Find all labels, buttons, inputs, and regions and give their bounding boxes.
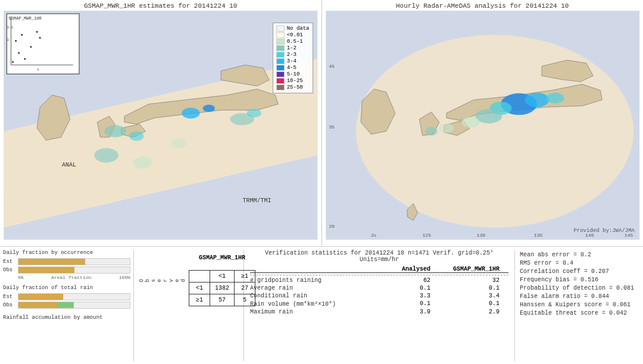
stats-row: Average rain 0.1 0.1 [250,285,508,291]
est-label-1: Est [3,259,18,265]
left-map-title: GSMAP_MWR_1HR estimates for 20141224 10 [2,2,319,10]
verification-stats-panel: Verification statistics for 20141224 10 … [244,250,515,361]
col-header-label [250,266,370,272]
col-gsmap: GSMAP_MWR_1HR [439,266,508,272]
svg-point-15 [21,34,23,36]
svg-point-35 [525,93,549,107]
accumulation-title: Rainfall accumulation by amount [3,315,130,321]
col-analysed: Analysed [370,266,439,272]
charts-panel: Daily fraction by occurrence Est Obs 0% … [3,250,134,361]
svg-text:20: 20 [329,224,335,229]
svg-point-14 [15,40,17,42]
color-legend: No data <0.01 0.5-1 1-2 2-3 3-4 4-5 5-10… [273,23,313,93]
right-map-title: Hourly Radar-AMeDAS analysis for 2014122… [324,2,641,10]
hanssen-kuipers: Hanssen & Kuipers score = 0.061 [520,302,635,308]
confusion-matrix-panel: Observed GSMAP_MWR_1HR <1 ≥1 <1 1382 27 [134,250,244,361]
stats-row-val1: 62 [370,277,439,284]
svg-point-6 [133,156,151,168]
frequency-bias: Frequency bias = 0.516 [520,277,635,283]
stats-row: Rain volume (mm*km²×10⁶) 0.1 0.1 [250,300,508,307]
svg-point-18 [36,31,38,33]
stats-row-val2: 0.1 [439,300,508,307]
stats-row-val1: 3.3 [370,293,439,299]
verification-title: Verification statistics for 20141224 10 … [250,250,508,263]
metrics-panel: Mean abs error = 0.2 RMS error = 0.4 Cor… [515,250,640,361]
stats-row-val1: 3.9 [370,309,439,315]
stats-row-val2: 0.1 [439,285,508,291]
obs-label-2: Obs [3,302,18,308]
svg-point-3 [105,125,126,137]
row-lt1: <1 [189,283,210,294]
prob-detection: Probability of detection = 0.081 [520,285,635,291]
stats-row: # gridpoints raining 62 32 [250,277,508,284]
svg-point-7 [171,139,186,148]
svg-text:3: 3 [7,38,9,42]
anal-label: ANAL [62,162,76,168]
rain-chart-title: Daily fraction of total rain [3,285,130,291]
equitable-threat: Equitable threat score = 0.042 [520,310,635,316]
occurrence-chart-title: Daily fraction by occurrence [3,250,130,256]
rain-chart: Est Obs [3,292,130,310]
stats-row-val2: 2.9 [439,309,508,315]
trmm-label: TRMM/TMI [242,197,271,204]
svg-text:130: 130 [476,233,485,238]
mean-abs-error: Mean abs error = 0.2 [520,252,635,258]
svg-text:35: 35 [329,124,335,130]
occurrence-chart: Est Obs 0% Areal fraction 100% [3,257,130,280]
svg-point-11 [247,109,261,117]
svg-text:125: 125 [422,233,431,238]
stats-row-val2: 32 [439,277,508,284]
est-label-2: Est [3,294,18,300]
col-lt1: <1 [210,271,235,283]
svg-point-21 [12,61,14,63]
svg-point-9 [203,105,215,112]
axis-start: 0% [18,275,24,280]
correlation-coeff: Correlation coeff = 0.207 [520,268,635,275]
svg-point-16 [30,46,32,48]
stats-row: Maximum rain 3.9 2.9 [250,309,508,315]
svg-text:4: 4 [37,68,39,72]
stats-row-label: Maximum rain [250,309,370,315]
axis-end: 100% [119,275,130,280]
obs-label-1: Obs [3,267,18,273]
svg-text:3.5: 3.5 [7,26,13,30]
svg-point-20 [39,37,41,39]
stats-row: Conditional rain 3.3 3.4 [250,293,508,299]
svg-text:20: 20 [371,233,376,238]
stats-row-val1: 0.1 [370,285,439,291]
stats-row-val2: 3.4 [439,293,508,299]
observed-label: Observed [139,278,186,282]
row-gte1: ≥1 [189,294,210,306]
false-alarm-ratio: False alarm ratio = 0.844 [520,293,635,300]
stats-row-val1: 0.1 [370,300,439,307]
stats-row-label: Average rain [250,285,370,291]
val-57: 57 [210,294,235,306]
right-map-area: 45 35 20 20 125 130 135 140 145 Provided… [324,11,641,240]
svg-point-41 [425,127,437,136]
stats-row-label: # gridpoints raining [250,277,370,284]
svg-text:GSMAP_MWR_1HR: GSMAP_MWR_1HR [8,16,42,21]
svg-point-33 [355,35,633,228]
svg-point-8 [182,108,199,118]
rms-error: RMS error = 0.4 [520,260,635,266]
axis-label: Areal fraction [51,275,91,280]
svg-point-4 [129,131,143,141]
jwa-label: Provided by:JWA/JMA [573,228,635,234]
stats-rows: # gridpoints raining 62 32 Average rain … [250,277,508,315]
svg-text:135: 135 [533,233,542,238]
val-1382: 1382 [210,283,235,294]
stats-row-label: Rain volume (mm*km²×10⁶) [250,300,370,307]
svg-text:45: 45 [329,64,335,69]
svg-point-19 [24,58,26,60]
svg-point-39 [546,93,564,103]
svg-point-5 [94,148,118,162]
stats-row-label: Conditional rain [250,293,370,299]
left-map-area: GSMAP_MWR_1HR 4 3 3.5 [2,11,319,240]
svg-point-40 [439,123,453,133]
svg-point-17 [18,52,20,54]
svg-point-38 [461,117,479,127]
